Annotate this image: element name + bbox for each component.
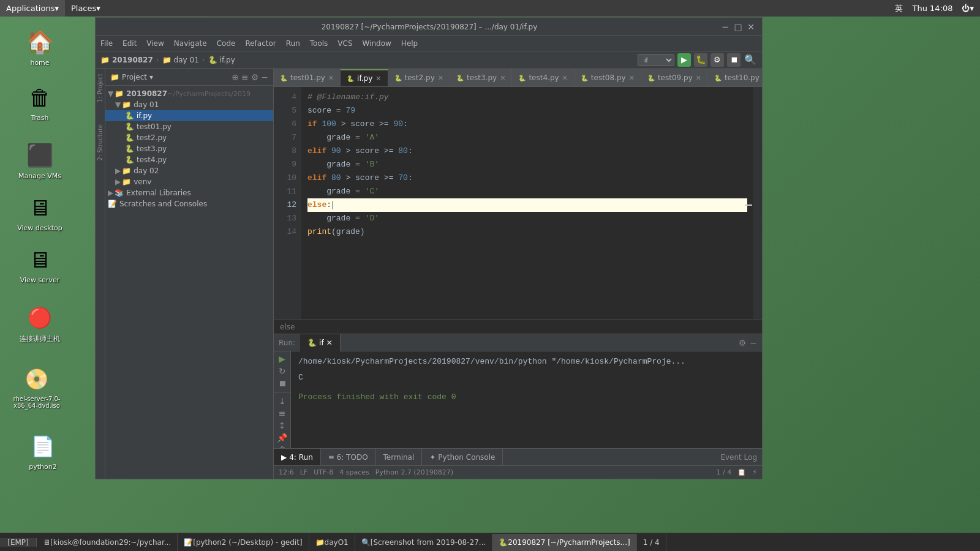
taskbar-emp[interactable]: [EMP] xyxy=(0,538,37,547)
breadcrumb-file[interactable]: 🐍 if.py xyxy=(208,56,235,64)
menu-file[interactable]: File xyxy=(96,36,118,51)
tree-test01py[interactable]: 🐍 test01.py xyxy=(105,121,273,132)
tree-scratches[interactable]: 📝 Scratches and Consoles xyxy=(105,198,273,209)
taskbar-pycharm1[interactable]: 🖥 [kiosk@foundation29:~/pychar... xyxy=(37,534,178,551)
menu-tools[interactable]: Tools xyxy=(305,36,333,51)
tab-test09py[interactable]: 🐍 test09.py ✕ xyxy=(641,69,708,86)
bottom-tab-run[interactable]: ▶ 4: Run xyxy=(274,449,321,466)
tree-ifpy[interactable]: 🐍 if.py xyxy=(105,110,273,121)
run-stop-btn[interactable]: ⏹ xyxy=(276,378,289,388)
search-button[interactable]: 🔍 xyxy=(744,53,757,67)
tab-test01py-close[interactable]: ✕ xyxy=(328,74,334,82)
sidebar-close-icon[interactable]: − xyxy=(261,72,268,82)
project-panel-label[interactable]: 1: Project xyxy=(96,69,105,107)
sidebar-collapse-icon[interactable]: ≡ xyxy=(241,72,249,82)
tree-day02[interactable]: ▶ 📁 day 02 xyxy=(105,165,273,176)
minimize-button[interactable]: ─ xyxy=(720,22,730,32)
code-space8 xyxy=(326,144,331,158)
tab-test09py-close[interactable]: ✕ xyxy=(696,74,701,82)
tab-test2py[interactable]: 🐍 test2.py ✕ xyxy=(388,69,450,86)
topbar-lang[interactable]: 英 xyxy=(895,3,903,14)
tab-test10py[interactable]: 🐍 test10.py »2 xyxy=(708,69,762,86)
tree-day01[interactable]: ▼ 📁 day 01 xyxy=(105,99,273,110)
run-tab-if[interactable]: 🐍 if ✕ xyxy=(300,334,341,351)
code-num-70: 70 xyxy=(398,171,408,185)
maximize-button[interactable]: □ xyxy=(733,22,743,32)
taskbar: [EMP] 🖥 [kiosk@foundation29:~/pychar... … xyxy=(0,533,980,551)
run-button[interactable]: ▶ xyxy=(677,53,691,67)
run-pin-btn[interactable]: 📌 xyxy=(276,433,289,443)
close-button[interactable]: ✕ xyxy=(746,22,756,32)
run-tab-close[interactable]: ✕ xyxy=(326,339,333,347)
desktop-icon-python2[interactable]: 📄 python2 xyxy=(15,429,70,474)
code-lines[interactable]: # @Filename:if.py score = 79 if 100 > sc… xyxy=(301,87,753,319)
menu-run[interactable]: Run xyxy=(281,36,305,51)
taskbar-screenshot[interactable]: 🔍 [Screenshot from 2019-08-27... xyxy=(355,534,493,551)
breadcrumb-project[interactable]: 📁 20190827 xyxy=(100,56,153,64)
tab-ifpy-close[interactable]: ✕ xyxy=(375,75,381,83)
desktop-icon-home[interactable]: 🏠 home xyxy=(12,24,67,70)
menu-vcs[interactable]: VCS xyxy=(333,36,357,51)
desktop-icon-viewdesktop[interactable]: 🖥 View desktop xyxy=(12,190,67,235)
menu-window[interactable]: Window xyxy=(358,36,396,51)
tree-day02-label: day 02 xyxy=(134,167,159,175)
applications-menu[interactable]: Applications ▾ xyxy=(0,0,65,17)
tree-test2py[interactable]: 🐍 test2.py xyxy=(105,132,273,143)
sidebar-sync-icon[interactable]: ⊕ xyxy=(232,72,239,82)
tab-test3py[interactable]: 🐍 test3.py ✕ xyxy=(450,69,512,86)
tree-venv[interactable]: ▶ 📁 venv xyxy=(105,176,273,187)
run-config-button[interactable]: ⚙ xyxy=(710,53,724,67)
tree-test3py[interactable]: 🐍 test3.py xyxy=(105,143,273,154)
tab-test08py-close[interactable]: ✕ xyxy=(629,74,635,82)
bottom-tab-todo[interactable]: ≡ 6: TODO xyxy=(321,449,376,466)
run-sort-btn[interactable]: ↕ xyxy=(276,421,289,430)
tab-test3py-close[interactable]: ✕ xyxy=(500,74,505,82)
stop-button[interactable]: ⏹ xyxy=(727,53,741,67)
code-scrollbar[interactable] xyxy=(753,87,762,319)
menu-view[interactable]: View xyxy=(141,36,168,51)
taskbar-pycharm-active[interactable]: 🐍 20190827 [~/PycharmProjects...] xyxy=(492,534,636,551)
tab-test08py[interactable]: 🐍 test08.py ✕ xyxy=(575,69,641,86)
menu-edit[interactable]: Edit xyxy=(118,36,141,51)
run-minimize-icon[interactable]: − xyxy=(750,338,757,348)
desktop-icon-vms[interactable]: ⬛ Manage VMs xyxy=(12,138,67,183)
tab-test01py[interactable]: 🐍 test01.py ✕ xyxy=(274,69,341,86)
bottom-tab-terminal[interactable]: Terminal xyxy=(376,449,423,466)
topbar-power[interactable]: ⏻▾ xyxy=(962,4,974,13)
line-num-14: 14 xyxy=(274,225,301,239)
menu-refactor[interactable]: Refactor xyxy=(240,36,281,51)
menu-code[interactable]: Code xyxy=(212,36,241,51)
debug-button[interactable]: 🐛 xyxy=(694,53,707,67)
event-log[interactable]: Event Log xyxy=(720,453,762,462)
taskbar-gedit[interactable]: 📝 [python2 (~/Desktop) - gedit] xyxy=(178,534,309,551)
breadcrumb-folder[interactable]: 📁 day 01 xyxy=(162,56,199,64)
desktop-icon-teacher[interactable]: 🔴 连接讲师主机 xyxy=(12,300,67,347)
desktop-icon-viewserver[interactable]: 🖥 View server xyxy=(12,242,67,287)
run-rerun-btn[interactable]: ↻ xyxy=(276,366,289,376)
run-scroll-end-btn[interactable]: ⤓ xyxy=(276,396,289,406)
places-menu[interactable]: Places ▾ xyxy=(65,0,107,17)
taskbar-day01[interactable]: 📁 dayO1 xyxy=(309,534,355,551)
code-editor[interactable]: 4 5 6 7 8 9 10 11 12 13 14 xyxy=(274,87,762,334)
desktop-icon-rhel[interactable]: 📀 rhel-server-7.0-x86_64-dvd.iso xyxy=(9,361,64,412)
run-play-btn[interactable]: ▶ xyxy=(276,354,289,364)
taskbar-pages[interactable]: 1 / 4 xyxy=(637,534,666,551)
run-settings-icon[interactable]: ⚙ xyxy=(739,338,747,348)
run-config-select[interactable]: if xyxy=(638,54,674,66)
menu-help[interactable]: Help xyxy=(396,36,423,51)
sidebar-settings-icon[interactable]: ⚙ xyxy=(251,72,259,82)
tab-test4py-close[interactable]: ✕ xyxy=(562,74,568,82)
menu-navigate[interactable]: Navigate xyxy=(169,36,212,51)
tree-extlibs[interactable]: ▶ 📚 External Libraries xyxy=(105,187,273,198)
tab-test4py[interactable]: 🐍 test4.py ✕ xyxy=(512,69,574,86)
tab-test2py-close[interactable]: ✕ xyxy=(438,74,443,82)
tab-ifpy[interactable]: 🐍 if.py ✕ xyxy=(341,69,388,86)
tree-root[interactable]: ▼ 📁 20190827 ~/PycharmProjects/2019 xyxy=(105,88,273,99)
run-filter-btn[interactable]: ≡ xyxy=(276,408,289,418)
test3-icon: 🐍 xyxy=(125,144,134,153)
root-arrow: ▼ xyxy=(108,89,113,98)
bottom-tab-pyconsole[interactable]: ✦ Python Console xyxy=(422,449,503,466)
tree-test4py[interactable]: 🐍 test4.py xyxy=(105,154,273,165)
structure-panel-label[interactable]: 2: Structure xyxy=(96,119,105,165)
desktop-icon-trash[interactable]: 🗑 Trash xyxy=(12,80,67,125)
